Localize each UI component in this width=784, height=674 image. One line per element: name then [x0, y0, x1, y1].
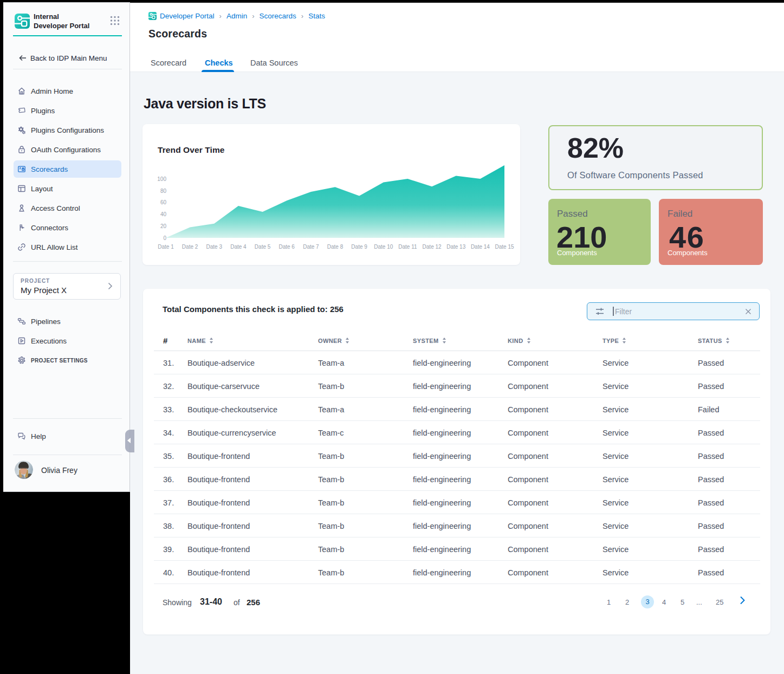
svg-text:Date 9: Date 9	[351, 244, 367, 250]
svg-text:Date 8: Date 8	[327, 244, 344, 250]
svg-text:Date 11: Date 11	[398, 244, 417, 250]
svg-text:0: 0	[163, 235, 166, 241]
svg-text:80: 80	[160, 188, 167, 194]
svg-text:Date 5: Date 5	[255, 244, 271, 250]
svg-text:60: 60	[160, 199, 167, 205]
svg-text:20: 20	[160, 223, 167, 229]
svg-text:Date 2: Date 2	[182, 244, 198, 250]
svg-text:Date 7: Date 7	[303, 244, 319, 250]
svg-text:Date 15: Date 15	[495, 244, 514, 250]
svg-text:Date 3: Date 3	[206, 244, 223, 250]
svg-text:Date 1: Date 1	[158, 244, 174, 250]
svg-text:40: 40	[160, 211, 167, 217]
svg-text:Date 10: Date 10	[374, 244, 393, 250]
svg-text:Date 14: Date 14	[471, 244, 490, 250]
svg-text:Date 4: Date 4	[230, 244, 247, 250]
svg-text:Date 6: Date 6	[278, 244, 295, 250]
svg-text:Date 13: Date 13	[446, 244, 465, 250]
svg-text:Date 12: Date 12	[423, 244, 442, 250]
svg-text:100: 100	[157, 176, 166, 182]
